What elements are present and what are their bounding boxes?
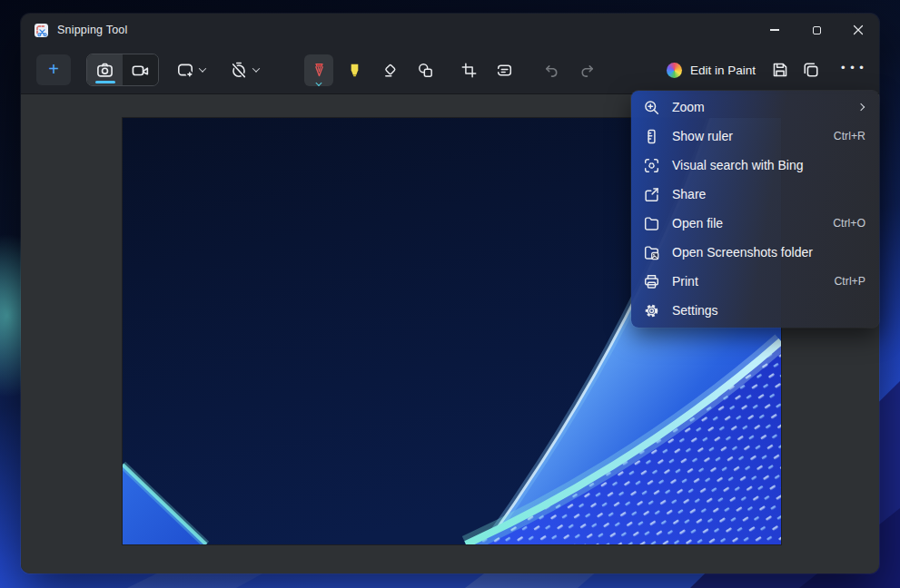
eraser-icon [382, 63, 398, 78]
menu-item-label: Share [672, 187, 706, 201]
pen-options-chevron-icon [315, 79, 321, 85]
menu-item-visual-search[interactable]: Visual search with Bing [631, 151, 879, 180]
window-controls [754, 14, 879, 46]
maximize-button[interactable] [796, 14, 837, 46]
camera-icon [96, 62, 114, 79]
minimize-button[interactable] [754, 14, 796, 46]
crop-tool-button[interactable] [454, 54, 483, 86]
visual-search-icon [644, 158, 659, 173]
save-button[interactable] [765, 54, 796, 85]
chevron-down-icon [198, 64, 205, 72]
menu-item-print[interactable]: Print Ctrl+P [631, 267, 879, 296]
see-more-menu: Zoom Show ruler Ctrl+R Visual search wit… [631, 91, 879, 328]
titlebar: Snipping Tool [21, 14, 879, 46]
redo-icon [579, 63, 595, 78]
undo-button[interactable] [537, 54, 566, 86]
snip-shape-dropdown[interactable] [169, 55, 213, 84]
menu-item-label: Open Screenshots folder [672, 245, 813, 260]
maximize-icon [813, 26, 821, 34]
undo-icon [544, 63, 559, 78]
menu-item-shortcut: Ctrl+O [833, 217, 865, 230]
menu-item-label: Zoom [672, 100, 705, 114]
more-ellipsis-icon: • • • [841, 61, 865, 74]
menu-item-label: Show ruler [672, 129, 733, 143]
highlighter-icon [347, 63, 362, 78]
delay-dropdown[interactable] [223, 55, 266, 84]
pen-tool-button[interactable] [304, 54, 333, 86]
edit-tools [454, 54, 519, 86]
printer-icon [644, 274, 659, 289]
menu-item-zoom[interactable]: Zoom [631, 93, 879, 122]
history-tools [537, 54, 601, 86]
menu-item-show-ruler[interactable]: Show ruler Ctrl+R [631, 122, 879, 151]
menu-item-open-screenshots-folder[interactable]: Open Screenshots folder [631, 238, 879, 267]
capture-mode-toggle [86, 54, 159, 86]
save-icon [772, 62, 788, 78]
highlighter-tool-button[interactable] [340, 54, 369, 86]
minimize-icon [770, 29, 779, 30]
annotation-tools [304, 54, 440, 86]
zoom-in-icon [644, 100, 659, 115]
chevron-down-icon [252, 64, 259, 72]
close-button[interactable] [837, 14, 879, 46]
paint-app-icon [667, 63, 682, 78]
menu-item-label: Visual search with Bing [672, 158, 803, 172]
toolbar: + [21, 46, 879, 94]
redo-button[interactable] [572, 54, 601, 86]
menu-item-settings[interactable]: Settings [631, 296, 879, 325]
submenu-chevron-icon [857, 103, 865, 111]
text-actions-icon [497, 63, 512, 78]
menu-item-label: Print [672, 274, 698, 289]
shapes-tool-button[interactable] [410, 54, 440, 86]
menu-item-open-file[interactable]: Open file Ctrl+O [631, 209, 879, 238]
menu-item-shortcut: Ctrl+R [834, 130, 865, 142]
window-title: Snipping Tool [57, 24, 127, 36]
see-more-button[interactable]: • • • [837, 54, 868, 85]
crop-icon [461, 63, 477, 78]
settings-gear-icon [644, 303, 659, 318]
pen-icon [312, 63, 327, 78]
copy-button[interactable] [796, 54, 826, 85]
menu-item-share[interactable]: Share [631, 180, 879, 209]
menu-item-label: Open file [672, 216, 723, 230]
share-icon [644, 187, 659, 202]
edit-in-paint-button[interactable]: Edit in Paint [658, 55, 765, 84]
new-snip-plus-icon: + [48, 60, 59, 78]
shapes-icon [418, 63, 433, 78]
video-camera-icon [132, 62, 149, 79]
text-actions-button[interactable] [490, 54, 519, 86]
delay-timer-off-icon [231, 62, 247, 78]
screenshot-mode-button[interactable] [87, 54, 123, 85]
rectangle-mode-icon [177, 62, 193, 78]
record-mode-button[interactable] [123, 54, 158, 85]
ruler-icon [644, 129, 659, 144]
edit-in-paint-label: Edit in Paint [690, 64, 756, 77]
copy-icon [803, 62, 819, 78]
eraser-tool-button[interactable] [375, 54, 404, 86]
menu-item-label: Settings [672, 303, 718, 318]
screenshots-folder-icon [644, 245, 659, 260]
snipping-tool-app-icon [34, 23, 49, 38]
new-snip-button[interactable]: + [36, 54, 71, 85]
close-icon [853, 24, 864, 35]
selected-mode-indicator [95, 81, 115, 83]
open-file-folder-icon [644, 216, 659, 231]
menu-item-shortcut: Ctrl+P [834, 275, 865, 288]
